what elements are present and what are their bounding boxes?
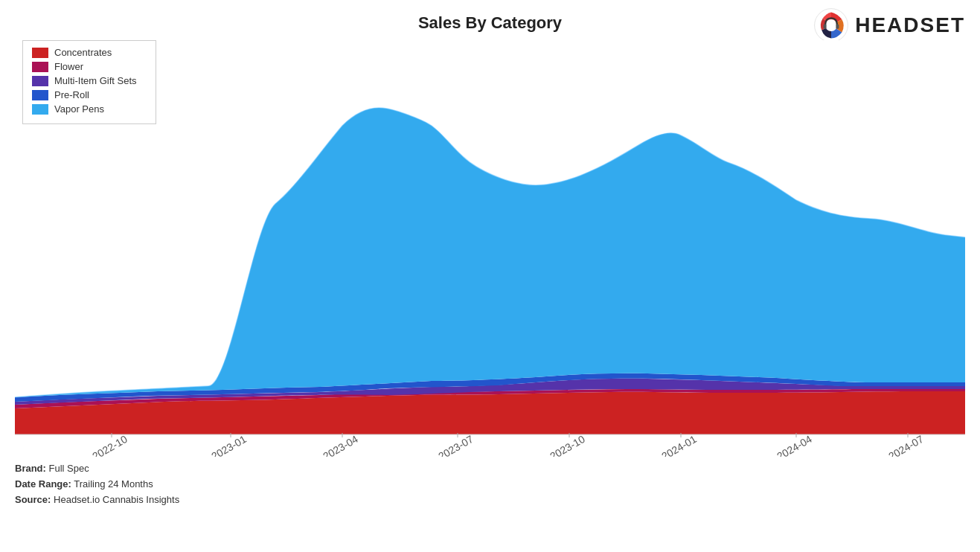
legend-item-vapor-pens: Vapor Pens — [32, 103, 147, 115]
date-range-label: Date Range: — [15, 478, 71, 490]
footer-info: Brand: Full Spec Date Range: Trailing 24… — [0, 457, 980, 507]
footer-brand: Brand: Full Spec — [15, 461, 965, 477]
brand-value: Full Spec — [49, 463, 89, 474]
headset-logo-icon — [813, 7, 849, 43]
legend-label-preroll: Pre-Roll — [54, 89, 89, 100]
logo-area: HEADSET — [813, 7, 965, 43]
area-chart-svg: 2022-10 2023-01 2023-04 2023-07 2023-10 … — [15, 40, 965, 457]
header: Sales By Category — [0, 0, 980, 40]
legend-label-gift-sets: Multi-Item Gift Sets — [54, 75, 137, 86]
legend-item-concentrates: Concentrates — [32, 47, 147, 58]
legend-label-flower: Flower — [54, 61, 83, 72]
legend-color-concentrates — [32, 48, 48, 58]
svg-rect-2 — [824, 24, 827, 28]
chart-container: Concentrates Flower Multi-Item Gift Sets… — [15, 40, 965, 457]
legend-color-flower — [32, 62, 48, 72]
legend-item-flower: Flower — [32, 61, 147, 72]
footer-source: Source: Headset.io Cannabis Insights — [15, 492, 965, 508]
logo-text: HEADSET — [855, 13, 965, 37]
source-value: Headset.io Cannabis Insights — [54, 494, 179, 505]
legend-label-vapor-pens: Vapor Pens — [54, 103, 104, 115]
svg-rect-3 — [836, 24, 839, 28]
legend-item-gift-sets: Multi-Item Gift Sets — [32, 75, 147, 86]
source-label: Source: — [15, 494, 51, 505]
legend-color-vapor-pens — [32, 104, 48, 115]
chart-wrapper: Concentrates Flower Multi-Item Gift Sets… — [15, 40, 965, 457]
date-range-value: Trailing 24 Months — [74, 478, 153, 490]
legend-label-concentrates: Concentrates — [54, 47, 112, 58]
page-container: Sales By Category — [0, 0, 980, 552]
legend-color-gift-sets — [32, 76, 48, 86]
brand-label: Brand: — [15, 463, 46, 474]
footer-date-range: Date Range: Trailing 24 Months — [15, 477, 965, 492]
legend-color-preroll — [32, 90, 48, 100]
chart-legend: Concentrates Flower Multi-Item Gift Sets… — [22, 40, 156, 124]
legend-item-preroll: Pre-Roll — [32, 89, 147, 100]
